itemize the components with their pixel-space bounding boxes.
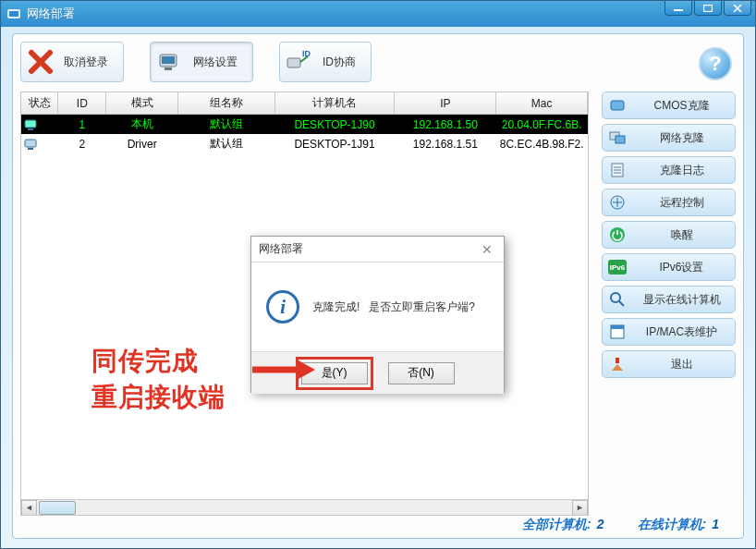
total-count: 2	[597, 517, 604, 531]
settings-icon	[156, 48, 184, 76]
svg-rect-12	[28, 148, 33, 150]
svg-rect-3	[704, 5, 713, 11]
cancel-login-button[interactable]: 取消登录	[20, 42, 124, 82]
cell-group: 默认组	[178, 134, 275, 153]
svg-rect-13	[611, 101, 624, 110]
svg-rect-5	[162, 56, 175, 64]
network-settings-button[interactable]: 网络设置	[150, 42, 253, 82]
maximize-button[interactable]	[694, 1, 722, 16]
scroll-thumb[interactable]	[39, 501, 76, 515]
dialog-no-button[interactable]: 否(N)	[388, 362, 455, 384]
svg-rect-6	[165, 67, 172, 70]
col-mac[interactable]: Mac	[496, 92, 588, 115]
side-label: 网络克隆	[634, 130, 729, 146]
id-negotiate-button[interactable]: ID ID协商	[279, 42, 372, 82]
table-row[interactable]: 2Driver默认组DESKTOP-1J91192.168.1.518C.EC.…	[21, 134, 588, 153]
cell-group: 默认组	[178, 115, 275, 135]
svg-rect-1	[9, 11, 18, 17]
scroll-left-button[interactable]: ◄	[21, 500, 37, 516]
window-title: 网络部署	[27, 6, 750, 22]
cell-ip: 192.168.1.50	[395, 115, 496, 135]
app-icon	[6, 6, 21, 21]
side-label: 唤醒	[634, 227, 729, 243]
side-log-button[interactable]: 克隆日志	[602, 156, 736, 184]
annotation-arrow-icon	[252, 360, 315, 380]
cell-ip: 192.168.1.51	[395, 134, 496, 153]
svg-rect-27	[611, 325, 624, 329]
svg-rect-15	[616, 136, 625, 143]
scroll-right-button[interactable]: ►	[572, 500, 588, 516]
cell-host: DESKTOP-1J90	[274, 115, 395, 135]
dialog-title: 网络部署	[259, 241, 303, 257]
dialog-titlebar: 网络部署 ✕	[251, 237, 504, 262]
log-icon	[608, 161, 627, 179]
side-panel: CMOS克隆网络克隆克隆日志远程控制唤醒IPv6IPv6设置显示在线计算机IP/…	[602, 92, 736, 516]
app-window: 网络部署 取消登录 网络设置 ID	[0, 0, 756, 549]
table-row[interactable]: 1本机默认组DESKTOP-1J90192.168.1.5020.04.0F.F…	[21, 115, 588, 135]
col-ip[interactable]: IP	[395, 92, 496, 115]
side-label: IPv6设置	[634, 260, 729, 275]
side-label: IP/MAC表维护	[634, 324, 729, 340]
search-icon	[608, 290, 627, 309]
side-label: 退出	[634, 357, 729, 372]
info-icon: i	[266, 290, 299, 323]
svg-rect-28	[616, 358, 619, 363]
help-button[interactable]: ?	[699, 47, 732, 80]
status-bar: 全部计算机: 2 在线计算机: 1	[20, 516, 736, 534]
pc-icon	[21, 134, 58, 153]
remote-icon	[608, 193, 627, 212]
side-search-button[interactable]: 显示在线计算机	[602, 286, 736, 313]
exit-icon	[608, 355, 627, 373]
side-label: 克隆日志	[634, 163, 729, 178]
toolbar: 取消登录 网络设置 ID ID协商 ?	[20, 42, 736, 90]
cell-mode: Driver	[106, 134, 178, 153]
svg-rect-2	[674, 9, 683, 11]
power-icon	[608, 226, 627, 244]
cell-mac: 8C.EC.4B.98.F2.	[496, 134, 588, 153]
svg-text:ID: ID	[302, 49, 311, 58]
table-icon	[608, 323, 627, 341]
col-host[interactable]: 计算机名	[274, 92, 395, 115]
side-ipv6-button[interactable]: IPv6IPv6设置	[602, 253, 736, 281]
pc-icon	[21, 115, 58, 135]
side-table-button[interactable]: IP/MAC表维护	[602, 318, 736, 346]
side-label: CMOS克隆	[634, 98, 729, 114]
svg-marker-30	[297, 360, 315, 380]
cell-mode: 本机	[106, 115, 178, 135]
netclone-icon	[608, 128, 627, 147]
cell-mac: 20.04.0F.FC.6B.	[496, 115, 588, 135]
total-label: 全部计算机:	[522, 517, 591, 533]
col-mode[interactable]: 模式	[106, 92, 178, 115]
table-header-row: 状态 ID 模式 组名称 计算机名 IP Mac	[21, 92, 588, 115]
cancel-login-label: 取消登录	[64, 55, 108, 70]
side-power-button[interactable]: 唤醒	[602, 221, 736, 249]
col-id[interactable]: ID	[58, 92, 106, 115]
id-icon: ID	[286, 48, 313, 76]
svg-rect-10	[28, 128, 33, 130]
side-label: 显示在线计算机	[634, 292, 729, 308]
annotation-text: 同传完成 重启接收端	[91, 343, 226, 415]
svg-text:IPv6: IPv6	[610, 263, 626, 272]
minimize-button[interactable]	[665, 1, 692, 16]
ipv6-icon: IPv6	[608, 258, 627, 276]
svg-rect-7	[287, 58, 300, 67]
side-remote-button[interactable]: 远程控制	[602, 189, 736, 216]
svg-line-25	[619, 301, 624, 306]
dialog-message: 克隆完成! 是否立即重启客户端?	[312, 299, 475, 315]
svg-rect-9	[25, 120, 36, 128]
titlebar: 网络部署	[1, 1, 755, 27]
cmos-icon	[608, 96, 627, 115]
col-group[interactable]: 组名称	[178, 92, 275, 115]
side-exit-button[interactable]: 退出	[602, 350, 736, 378]
id-negotiate-label: ID协商	[323, 55, 356, 70]
cell-id: 2	[58, 134, 106, 153]
col-status[interactable]: 状态	[21, 92, 58, 115]
side-cmos-button[interactable]: CMOS克隆	[602, 92, 736, 119]
dialog-close-button[interactable]: ✕	[478, 240, 496, 259]
close-button[interactable]	[724, 1, 751, 16]
svg-point-24	[611, 293, 620, 302]
cell-host: DESKTOP-1J91	[274, 134, 395, 153]
online-label: 在线计算机:	[638, 517, 707, 533]
side-netclone-button[interactable]: 网络克隆	[602, 124, 736, 152]
horizontal-scrollbar[interactable]: ◄ ►	[21, 499, 588, 515]
